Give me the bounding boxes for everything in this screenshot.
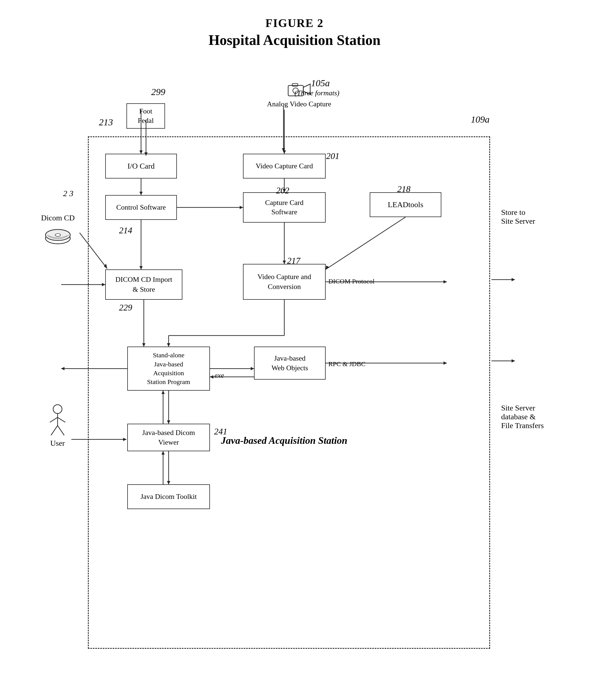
control-software-box: Control Software xyxy=(105,195,177,220)
foot-pedal-label: Foot Pedal xyxy=(138,107,154,125)
svg-marker-64 xyxy=(512,278,515,281)
video-capture-conversion-box: Video Capture and Conversion xyxy=(243,264,326,300)
svg-point-7 xyxy=(53,405,62,414)
svg-point-6 xyxy=(55,234,61,236)
video-capture-conversion-label: Video Capture and Conversion xyxy=(257,272,311,292)
analog-video-label: Analog Video Capture xyxy=(267,100,331,108)
annotation-218: 218 xyxy=(397,184,410,194)
svg-line-21 xyxy=(326,217,406,269)
store-to-site-label: Store to Site Server xyxy=(501,208,535,226)
capture-card-software-label: Capture Card Software xyxy=(265,198,303,217)
svg-marker-50 xyxy=(283,151,286,154)
svg-marker-26 xyxy=(443,280,447,283)
svg-marker-20 xyxy=(283,261,286,264)
annotation-201: 201 xyxy=(326,151,339,161)
svg-marker-46 xyxy=(161,451,165,455)
main-dashed-box: I/O Card Video Capture Card 201 LEADtool… xyxy=(88,137,490,649)
io-card-label: I/O Card xyxy=(128,161,155,171)
site-server-db-label: Site Server database & File Transfers xyxy=(501,404,544,430)
annotation-217: 217 xyxy=(287,256,300,266)
annotation-214: 214 xyxy=(119,225,132,236)
user-area: User xyxy=(46,404,68,448)
svg-marker-48 xyxy=(139,151,143,154)
video-capture-card-box: Video Capture Card xyxy=(243,154,326,179)
user-stick-figure xyxy=(46,404,68,437)
dicom-cd-label: Dicom CD xyxy=(41,214,75,222)
svg-line-10 xyxy=(57,417,65,422)
control-software-label: Control Software xyxy=(116,203,166,212)
annotation-2-3: 2 3 xyxy=(63,189,73,198)
standalone-java-box: Stand-alone Java-based Acquisition Stati… xyxy=(127,346,210,391)
annotation-109a: 109a xyxy=(471,114,489,125)
three-formats-label: (Three formats) xyxy=(294,89,339,97)
dicom-cd-area: Dicom CD xyxy=(41,214,75,253)
dicom-cd-icon xyxy=(44,225,72,252)
java-dicom-viewer-label: Java-based Dicom Viewer xyxy=(142,428,195,447)
dicom-cd-import-box: DICOM CD Import & Store xyxy=(105,269,182,300)
java-acq-station-label: Java-based Acquisition Station xyxy=(221,435,347,446)
svg-marker-32 xyxy=(142,343,146,346)
java-dicom-viewer-box: Java-based Dicom Viewer xyxy=(127,424,210,451)
foot-pedal-box: Foot Pedal xyxy=(127,103,165,129)
standalone-java-label: Stand-alone Java-based Acquisition Stati… xyxy=(147,351,190,387)
svg-marker-42 xyxy=(161,391,165,394)
dot-exe-label: .exe xyxy=(213,371,224,380)
svg-line-11 xyxy=(51,426,57,435)
leadtools-label: LEADtools xyxy=(388,200,423,210)
svg-marker-30 xyxy=(167,343,170,346)
annotation-299: 299 xyxy=(151,87,165,97)
java-web-objects-box: Java-based Web Objects xyxy=(254,346,326,380)
svg-marker-24 xyxy=(240,206,243,209)
java-web-objects-label: Java-based Web Objects xyxy=(272,354,308,373)
svg-marker-14 xyxy=(139,192,143,195)
page: FIGURE 2 Hospital Acquisition Station Fo… xyxy=(33,17,556,665)
user-label: User xyxy=(46,439,68,448)
annotation-229: 229 xyxy=(119,302,132,313)
svg-marker-52 xyxy=(61,367,64,370)
svg-marker-66 xyxy=(512,359,515,363)
svg-marker-38 xyxy=(443,362,447,365)
figure-subtitle: Hospital Acquisition Station xyxy=(33,32,556,48)
capture-card-software-box: Capture Card Software xyxy=(243,192,326,223)
dicom-protocol-label: DICOM Protocol xyxy=(328,278,374,285)
svg-rect-3 xyxy=(292,83,298,86)
java-dicom-toolkit-box: Java Dicom Toolkit xyxy=(127,484,210,509)
video-capture-card-label: Video Capture Card xyxy=(256,162,313,171)
svg-marker-44 xyxy=(167,481,170,484)
leadtools-box: LEADtools xyxy=(370,192,441,217)
annotation-105a: 105a xyxy=(311,78,330,88)
io-card-box: I/O Card xyxy=(105,154,177,179)
svg-marker-40 xyxy=(167,420,170,424)
annotation-213: 213 xyxy=(99,117,113,128)
svg-marker-34 xyxy=(251,367,254,370)
svg-line-12 xyxy=(57,426,64,435)
svg-line-9 xyxy=(50,417,57,422)
figure-title: FIGURE 2 xyxy=(33,17,556,30)
java-dicom-toolkit-label: Java Dicom Toolkit xyxy=(141,492,197,501)
rpc-jdbc-label: RPC & JDBC xyxy=(328,360,366,368)
svg-marker-16 xyxy=(139,266,143,269)
svg-marker-22 xyxy=(326,266,330,269)
annotation-241: 241 xyxy=(214,427,227,437)
svg-marker-54 xyxy=(102,283,105,286)
dicom-cd-import-label: DICOM CD Import & Store xyxy=(116,275,172,295)
annotation-202: 202 xyxy=(276,185,289,196)
